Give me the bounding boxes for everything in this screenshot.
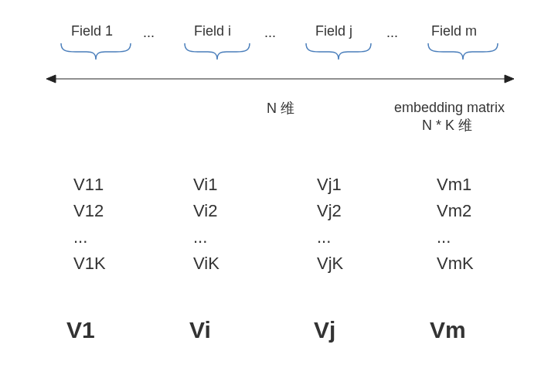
cell-i-1: Vi1 bbox=[193, 172, 286, 198]
vector-label-1: V1 bbox=[66, 317, 95, 343]
cell-i-K: ViK bbox=[193, 251, 286, 277]
brace-i bbox=[184, 43, 250, 64]
column-m: Vm1 Vm2 ... VmK bbox=[437, 172, 529, 277]
column-j: Vj1 Vj2 ... VjK bbox=[317, 172, 410, 277]
dimension-arrow bbox=[46, 73, 514, 84]
field-label-j: Field j bbox=[315, 23, 352, 39]
field-label-i: Field i bbox=[194, 23, 231, 39]
embedding-matrix-label: embedding matrix N * K 维 bbox=[394, 99, 526, 134]
cell-1-1: V11 bbox=[73, 172, 166, 198]
field-label-1: Field 1 bbox=[71, 23, 113, 39]
cell-j-2: Vj2 bbox=[317, 198, 410, 224]
svg-marker-2 bbox=[505, 75, 514, 83]
embedding-matrix-line2: N * K 维 bbox=[394, 117, 526, 135]
brace-m bbox=[427, 43, 498, 64]
cell-1-2: V12 bbox=[73, 198, 166, 224]
cell-m-2: Vm2 bbox=[437, 198, 529, 224]
cell-i-dots: ... bbox=[193, 224, 286, 251]
diagram-stage: Field 1 ... Field i ... Field j ... Fiel… bbox=[0, 0, 558, 392]
n-dimension-label: N 维 bbox=[267, 99, 294, 118]
cell-1-K: V1K bbox=[73, 251, 166, 277]
field-dots-3: ... bbox=[386, 25, 398, 41]
column-i: Vi1 Vi2 ... ViK bbox=[193, 172, 286, 277]
cell-i-2: Vi2 bbox=[193, 198, 286, 224]
cell-j-K: VjK bbox=[317, 251, 410, 277]
vector-label-i: Vi bbox=[189, 317, 211, 343]
brace-j bbox=[305, 43, 372, 64]
cell-m-K: VmK bbox=[437, 251, 529, 277]
vector-label-m: Vm bbox=[430, 317, 466, 343]
field-label-m: Field m bbox=[431, 23, 477, 39]
brace-1 bbox=[60, 43, 131, 64]
cell-j-dots: ... bbox=[317, 224, 410, 251]
column-1: V11 V12 ... V1K bbox=[73, 172, 166, 277]
svg-marker-1 bbox=[46, 75, 56, 83]
field-dots-2: ... bbox=[264, 25, 276, 41]
field-dots-1: ... bbox=[143, 25, 155, 41]
vector-label-j: Vj bbox=[314, 317, 335, 343]
cell-j-1: Vj1 bbox=[317, 172, 410, 198]
cell-m-1: Vm1 bbox=[437, 172, 529, 198]
embedding-matrix-line1: embedding matrix bbox=[394, 99, 526, 117]
cell-m-dots: ... bbox=[437, 224, 529, 251]
cell-1-dots: ... bbox=[73, 224, 166, 251]
